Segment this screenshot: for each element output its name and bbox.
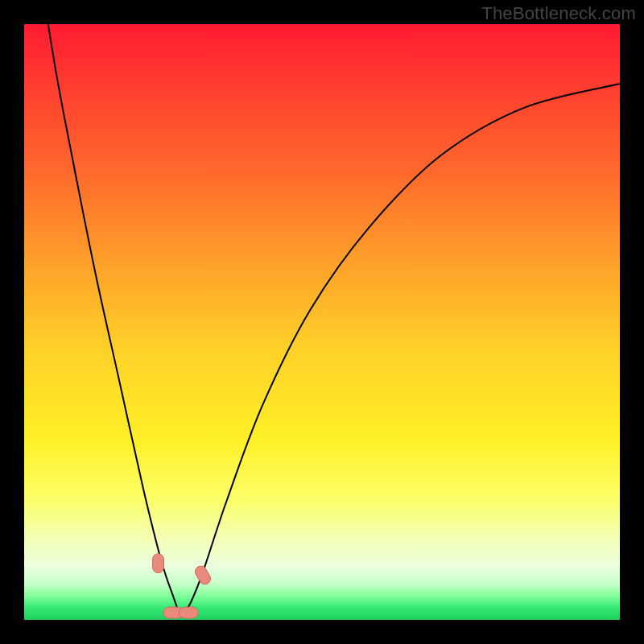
bottleneck-curve — [24, 24, 620, 613]
curve-marker — [153, 554, 164, 573]
curve-marker — [193, 564, 213, 587]
marker-group — [153, 554, 213, 618]
plot-area — [24, 24, 620, 620]
chart-frame: TheBottleneck.com — [0, 0, 644, 644]
curve-layer — [24, 24, 620, 620]
attribution-text: TheBottleneck.com — [481, 3, 636, 24]
curve-marker — [179, 607, 198, 618]
